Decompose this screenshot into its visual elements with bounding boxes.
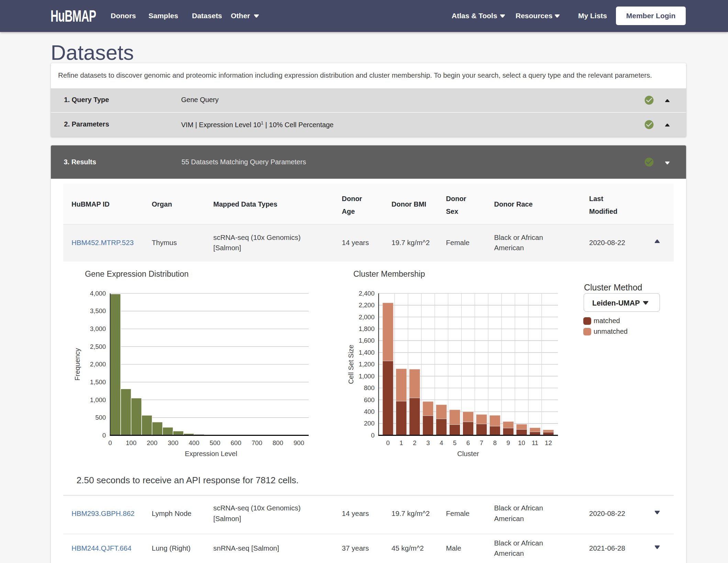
svg-text:400: 400	[364, 408, 375, 415]
svg-text:3: 3	[426, 439, 430, 446]
svg-text:1,800: 1,800	[359, 325, 374, 332]
svg-text:6: 6	[466, 439, 470, 446]
svg-text:1,000: 1,000	[359, 373, 374, 380]
svg-text:5: 5	[453, 439, 456, 446]
svg-text:2,400: 2,400	[359, 290, 374, 297]
svg-text:1,600: 1,600	[359, 337, 374, 344]
svg-text:9: 9	[507, 439, 510, 446]
svg-text:4: 4	[440, 439, 443, 446]
svg-text:10: 10	[518, 439, 525, 446]
svg-text:11: 11	[532, 439, 538, 446]
svg-text:8: 8	[493, 439, 497, 446]
svg-text:2,000: 2,000	[359, 313, 374, 321]
svg-text:200: 200	[364, 420, 375, 427]
svg-text:Cluster Membership: Cluster Membership	[353, 269, 425, 278]
svg-text:2,200: 2,200	[359, 301, 374, 309]
svg-text:1: 1	[399, 439, 403, 446]
svg-text:800: 800	[364, 384, 375, 391]
svg-text:2: 2	[413, 439, 416, 446]
svg-text:1,200: 1,200	[359, 361, 374, 368]
svg-text:Cell Set Size: Cell Set Size	[347, 345, 355, 384]
svg-text:7: 7	[480, 439, 483, 446]
svg-text:600: 600	[364, 396, 375, 404]
svg-text:0: 0	[386, 439, 389, 446]
svg-text:Cluster: Cluster	[457, 450, 479, 457]
svg-text:1,400: 1,400	[359, 349, 374, 356]
svg-text:12: 12	[545, 439, 552, 446]
svg-text:0: 0	[371, 432, 374, 439]
